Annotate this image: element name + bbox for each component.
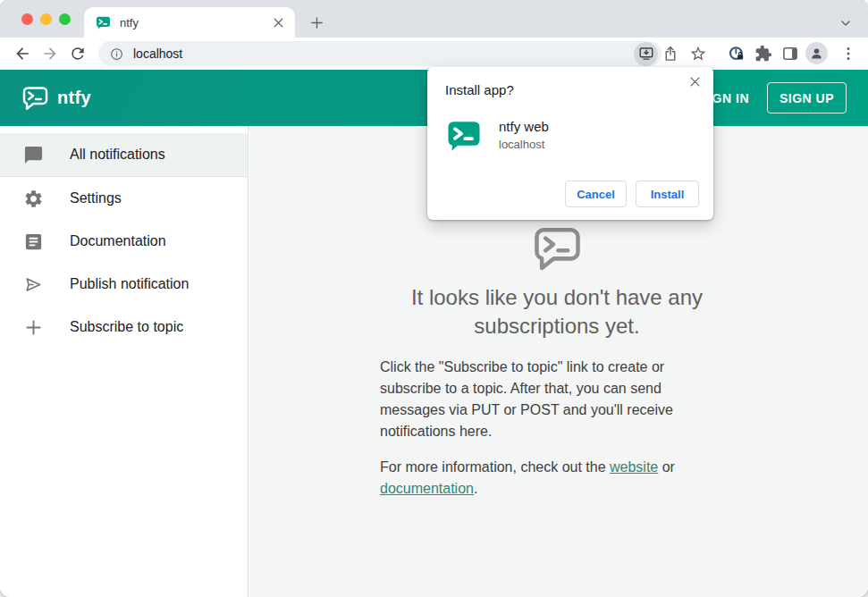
sidebar-item-label: Documentation: [70, 233, 166, 249]
documentation-link[interactable]: documentation: [380, 481, 474, 496]
ntfy-app-icon: [446, 118, 482, 154]
person-icon: [809, 46, 824, 61]
tab-title: ntfy: [120, 16, 271, 29]
website-link[interactable]: website: [610, 459, 658, 475]
cancel-button[interactable]: Cancel: [565, 181, 627, 207]
install-button[interactable]: Install: [636, 181, 699, 207]
sidebar-item-publish-notification[interactable]: Publish notification: [0, 263, 248, 306]
tab-close-icon[interactable]: [271, 15, 286, 30]
password-manager-icon[interactable]: [728, 45, 746, 63]
empty-state: It looks like you don't have any subscri…: [380, 223, 734, 500]
sidebar-navigation: All notifications Settings Documentation…: [0, 126, 249, 597]
send-icon: [23, 274, 44, 295]
install-app-icon: [638, 46, 654, 62]
new-tab-button[interactable]: [309, 15, 324, 30]
ntfy-empty-state-icon: [530, 223, 585, 273]
share-button[interactable]: [662, 45, 679, 63]
sidebar-item-label: Subscribe to topic: [70, 319, 183, 335]
sidebar-item-settings[interactable]: Settings: [0, 177, 248, 220]
ntfy-favicon-icon: [96, 15, 111, 30]
back-button[interactable]: [13, 45, 31, 63]
profile-avatar[interactable]: [805, 42, 828, 64]
browser-window: ntfy localhost: [0, 0, 868, 597]
install-app-dialog: Install app? ntfy web localhost Cancel I…: [427, 67, 713, 220]
sign-up-button[interactable]: SIGN UP: [767, 82, 847, 114]
empty-state-title: It looks like you don't have any subscri…: [380, 283, 734, 341]
chat-icon: [23, 145, 44, 165]
dialog-close-icon[interactable]: [688, 75, 702, 88]
dialog-title: Install app?: [445, 82, 514, 97]
dialog-app-name: ntfy web: [499, 119, 549, 134]
browser-tab[interactable]: ntfy: [84, 7, 295, 38]
brand-name: ntfy: [57, 88, 91, 108]
forward-button[interactable]: [41, 45, 59, 63]
url-text[interactable]: localhost: [133, 46, 634, 61]
reload-button[interactable]: [69, 45, 87, 63]
side-panel-icon[interactable]: [781, 45, 799, 63]
site-info-icon[interactable]: [109, 46, 124, 62]
tab-strip: ntfy: [0, 0, 868, 38]
gear-icon: [23, 189, 44, 209]
browser-menu-button[interactable]: [839, 45, 857, 63]
article-icon: [23, 231, 44, 252]
sidebar-item-label: All notifications: [70, 147, 165, 163]
ntfy-logo-icon: [21, 84, 49, 112]
sidebar-item-label: Settings: [70, 190, 122, 206]
sidebar-item-subscribe-to-topic[interactable]: Subscribe to topic: [0, 306, 248, 349]
more-info-middle: or: [658, 459, 675, 475]
more-info-prefix: For more information, check out the: [380, 459, 610, 475]
more-info-suffix: .: [474, 481, 477, 496]
bookmark-star-button[interactable]: [689, 45, 707, 63]
dialog-app-origin: localhost: [499, 138, 544, 151]
sidebar-item-label: Publish notification: [70, 276, 189, 292]
sidebar-item-documentation[interactable]: Documentation: [0, 220, 248, 263]
sidebar-item-all-notifications[interactable]: All notifications: [0, 133, 248, 176]
address-bar[interactable]: localhost: [98, 41, 662, 66]
install-app-button[interactable]: [634, 42, 658, 66]
tab-search-chevron-icon[interactable]: [839, 17, 852, 29]
window-close-button[interactable]: [21, 13, 33, 25]
browser-toolbar: localhost: [0, 38, 868, 70]
window-zoom-button[interactable]: [59, 13, 71, 25]
window-minimize-button[interactable]: [40, 13, 52, 25]
empty-state-more-info: For more information, check out the webs…: [380, 457, 734, 500]
plus-icon: [23, 317, 44, 338]
extensions-icon[interactable]: [754, 45, 772, 63]
empty-state-description: Click the "Subscribe to topic" link to c…: [380, 357, 734, 442]
